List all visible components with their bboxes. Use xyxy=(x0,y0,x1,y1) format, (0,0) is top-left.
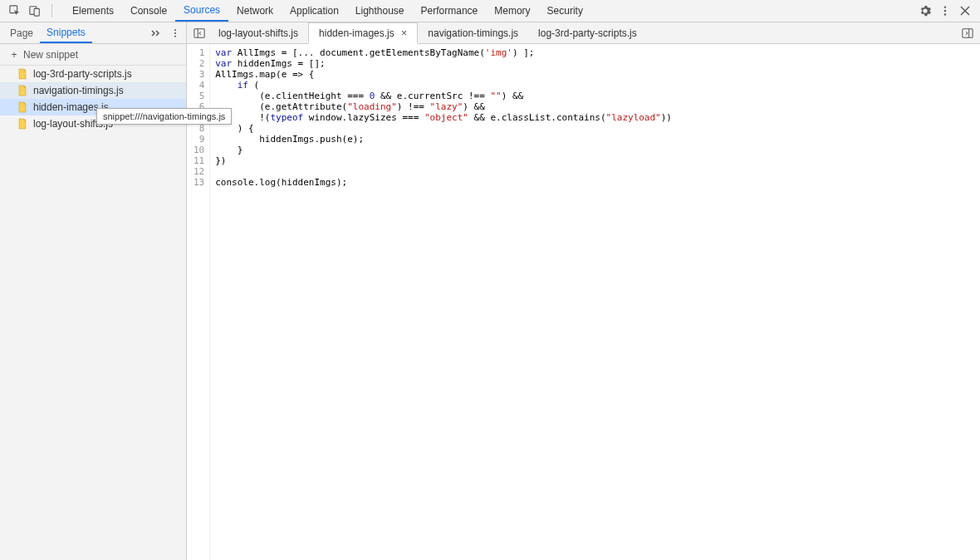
file-tooltip: snippet:///navigation-timings.js xyxy=(96,108,232,125)
code-line[interactable]: } xyxy=(215,145,672,155)
sources-sidebar: Page Snippets + New snippet log-3rd-part… xyxy=(0,22,187,560)
subtab-snippets[interactable]: Snippets xyxy=(40,22,92,43)
panel-tab-memory[interactable]: Memory xyxy=(486,0,538,22)
device-toggle-icon[interactable] xyxy=(28,4,42,17)
code-line[interactable]: (e.getAttribute("loading") !== "lazy") &… xyxy=(215,101,672,112)
code-line[interactable]: }) xyxy=(215,155,672,166)
snippet-item[interactable]: log-3rd-party-scripts.js xyxy=(0,66,186,82)
panel-tab-console[interactable]: Console xyxy=(122,0,175,22)
line-number: 9 xyxy=(194,134,204,145)
close-devtools-icon[interactable] xyxy=(958,4,972,17)
snippet-name: navigation-timings.js xyxy=(33,85,124,96)
line-number: 10 xyxy=(194,145,204,155)
line-number: 1 xyxy=(194,47,204,58)
code-line[interactable]: (e.clientHeight === 0 && e.currentSrc !=… xyxy=(215,91,672,101)
file-tab[interactable]: hidden-images.js× xyxy=(308,22,418,44)
code-line[interactable]: !(typeof window.lazySizes === "object" &… xyxy=(215,112,672,123)
svg-rect-2 xyxy=(34,8,39,16)
panel-tab-elements[interactable]: Elements xyxy=(64,0,122,22)
debugger-toggle-icon[interactable] xyxy=(958,22,977,43)
line-number: 13 xyxy=(194,177,204,188)
code-line[interactable]: if ( xyxy=(215,80,672,91)
subtab-page[interactable]: Page xyxy=(3,22,40,43)
panel-tabs: ElementsConsoleSourcesNetworkApplication… xyxy=(64,0,591,22)
navigator-toggle-icon[interactable] xyxy=(190,22,208,43)
line-number: 5 xyxy=(194,91,204,101)
snippet-name: log-3rd-party-scripts.js xyxy=(33,68,132,80)
line-number: 3 xyxy=(194,69,204,80)
settings-gear-icon[interactable] xyxy=(919,4,932,17)
line-number: 12 xyxy=(194,166,204,177)
close-tab-icon[interactable]: × xyxy=(401,27,408,38)
svg-point-3 xyxy=(944,6,946,7)
code-line[interactable]: console.log(hiddenImgs); xyxy=(215,177,672,188)
editor-pane: log-layout-shifts.jshidden-images.js×nav… xyxy=(187,22,980,560)
file-tab[interactable]: log-3rd-party-scripts.js xyxy=(528,22,647,43)
file-tab-label: log-3rd-party-scripts.js xyxy=(538,27,637,39)
code-line[interactable]: var hiddenImgs = []; xyxy=(215,58,672,69)
file-tab[interactable]: log-layout-shifts.js xyxy=(208,22,308,43)
file-tab-label: hidden-images.js xyxy=(319,27,394,39)
line-number: 4 xyxy=(194,80,204,91)
sidebar-subtabs: Page Snippets xyxy=(0,22,186,44)
code-line[interactable]: hiddenImgs.push(e); xyxy=(215,134,672,145)
code-body[interactable]: var AllImgs = [... document.getElementsB… xyxy=(210,44,672,560)
svg-point-7 xyxy=(174,32,176,33)
panel-tab-performance[interactable]: Performance xyxy=(413,0,487,22)
file-tab-label: log-layout-shifts.js xyxy=(218,27,298,39)
more-subtabs-icon[interactable] xyxy=(148,28,163,38)
svg-point-4 xyxy=(944,10,946,12)
panel-tab-security[interactable]: Security xyxy=(539,0,591,22)
snippet-list: log-3rd-party-scripts.jsnavigation-timin… xyxy=(0,66,186,560)
devtools-toolbar: ElementsConsoleSourcesNetworkApplication… xyxy=(0,0,980,22)
toolbar-separator xyxy=(51,4,52,17)
svg-point-8 xyxy=(174,35,176,37)
panel-tab-network[interactable]: Network xyxy=(228,0,282,22)
line-number: 2 xyxy=(194,58,204,69)
panel-tab-application[interactable]: Application xyxy=(282,0,347,22)
code-line[interactable]: var AllImgs = [... document.getElementsB… xyxy=(215,47,672,58)
file-tabs: log-layout-shifts.jshidden-images.js×nav… xyxy=(187,22,980,44)
plus-icon: + xyxy=(10,49,18,61)
code-line[interactable]: ) { xyxy=(215,123,672,134)
code-line[interactable]: AllImgs.map(e => { xyxy=(215,69,672,80)
line-number: 11 xyxy=(194,155,204,166)
inspect-element-icon[interactable] xyxy=(8,4,22,17)
code-editor[interactable]: 12345678910111213 var AllImgs = [... doc… xyxy=(187,44,980,560)
new-snippet-button[interactable]: + New snippet xyxy=(0,44,186,66)
svg-point-6 xyxy=(174,29,176,31)
sidebar-more-menu-icon[interactable] xyxy=(168,28,183,38)
snippet-item[interactable]: navigation-timings.js xyxy=(0,82,186,99)
svg-point-5 xyxy=(944,13,946,15)
file-tab-label: navigation-timings.js xyxy=(428,27,518,39)
new-snippet-label: New snippet xyxy=(23,49,78,61)
file-tab[interactable]: navigation-timings.js xyxy=(418,22,528,43)
more-menu-icon[interactable] xyxy=(938,4,952,17)
panel-tab-sources[interactable]: Sources xyxy=(175,0,228,22)
panel-tab-lighthouse[interactable]: Lighthouse xyxy=(347,0,413,22)
code-line[interactable] xyxy=(215,166,672,177)
